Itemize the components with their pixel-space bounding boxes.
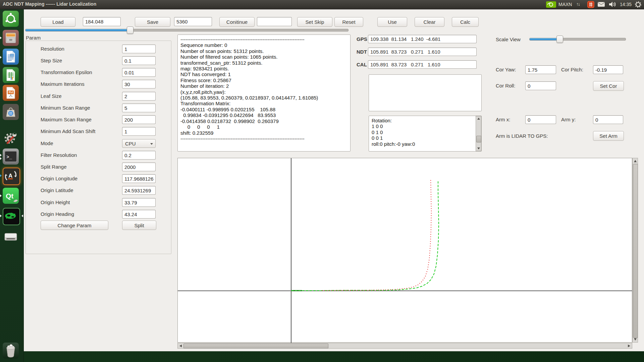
save-value-field[interactable] [174, 17, 212, 26]
calc-button[interactable]: Calc [452, 17, 479, 27]
arm-note-label: Arm is LIDAR TO GPS: [496, 132, 548, 140]
scroll-down-icon[interactable] [477, 147, 480, 149]
lidar-view-icon[interactable] [3, 208, 20, 225]
scroll-right-icon[interactable] [628, 345, 630, 347]
arm-y-field[interactable] [593, 115, 623, 124]
ubuntu-dash-icon[interactable] [3, 11, 19, 27]
set-skip-button[interactable]: Set Skip [297, 17, 332, 27]
ndt-mapping-app-icon[interactable]: A [3, 168, 20, 185]
param-field-max-iterations[interactable] [122, 80, 156, 88]
cor-yaw-label: Cor Yaw: [496, 65, 516, 74]
ndt-label: NDT [357, 48, 367, 56]
param-label: Resolution [41, 45, 64, 53]
trash-icon[interactable] [3, 343, 19, 359]
param-field-origin-heading[interactable] [122, 210, 156, 219]
param-label: Mode [41, 139, 53, 148]
svg-text:Qt: Qt [6, 192, 13, 200]
param-label: Split Range [41, 163, 67, 171]
sequence-slider-fill [25, 29, 130, 31]
libreoffice-calc-icon[interactable] [3, 67, 19, 83]
param-field-step-size[interactable] [122, 56, 156, 65]
rotation-scrollbar[interactable] [476, 116, 481, 151]
load-button[interactable]: Load [41, 17, 75, 27]
continue-button[interactable]: Conitinue [219, 17, 255, 27]
param-field-leaf-size[interactable] [122, 92, 156, 101]
running-indicator [0, 215, 2, 217]
disk-utility-icon[interactable] [3, 229, 19, 245]
param-field-resolution[interactable] [122, 45, 156, 53]
mode-combobox[interactable]: CPU [122, 139, 156, 148]
scroll-up-icon[interactable] [477, 118, 480, 120]
param-field-max-scan-range[interactable] [122, 115, 156, 124]
rotation-text: Rotation: 1 0 0 0 1 0 0 0 1 roll:0 pitch… [372, 118, 474, 147]
param-field-filter-resolution[interactable] [122, 151, 156, 160]
running-indicator [0, 157, 2, 160]
param-field-min-add-scan-shift[interactable] [122, 127, 156, 136]
sogou-pinyin-icon[interactable] [587, 1, 594, 8]
param-field-split-range[interactable] [122, 163, 156, 171]
cal-field[interactable] [368, 60, 477, 69]
scroll-left-icon[interactable] [179, 345, 182, 347]
cor-yaw-field[interactable] [525, 65, 556, 74]
clock[interactable]: 14:35 [620, 2, 632, 7]
arm-x-label: Arm x: [496, 115, 510, 124]
param-field-trans-epsilon[interactable] [122, 68, 156, 77]
scale-view-slider-fill [530, 38, 560, 40]
rotation-box: Rotation: 1 0 0 0 1 0 0 0 1 roll:0 pitch… [369, 116, 482, 152]
scroll-up-icon[interactable] [634, 160, 637, 162]
param-label: Leaf Size [41, 92, 62, 101]
log-output: ----------------------------------------… [177, 35, 351, 152]
cor-roll-field[interactable] [525, 81, 556, 90]
mail-icon[interactable] [597, 2, 605, 8]
set-cor-button[interactable]: Set Cor [593, 81, 624, 91]
session-gear-icon[interactable] [635, 1, 641, 8]
save-button[interactable]: Save [135, 17, 170, 27]
param-label: Minimum Scan Range [41, 104, 90, 112]
libreoffice-writer-icon[interactable] [3, 49, 19, 65]
param-field-origin-latitude[interactable] [122, 186, 156, 195]
network-updown-icon[interactable]: ↑↓ [576, 1, 580, 7]
param-label: Origin Height [41, 198, 70, 207]
arm-x-field[interactable] [525, 115, 556, 124]
system-settings-icon[interactable] [3, 130, 19, 146]
change-param-button[interactable]: Change Param [41, 221, 108, 230]
scale-view-slider-handle[interactable] [556, 36, 563, 43]
param-label: Step Size [41, 56, 62, 65]
param-field-min-scan-range[interactable] [122, 104, 156, 112]
unity-launcher: >_ A Qt [0, 9, 24, 362]
split-button[interactable]: Split [122, 221, 156, 230]
plot-hscrollbar-thumb[interactable] [183, 344, 328, 349]
load-value-field[interactable] [83, 17, 121, 26]
ubuntu-software-icon[interactable] [3, 104, 19, 120]
map-plot-viewport[interactable] [177, 158, 632, 343]
plot-vscrollbar[interactable] [632, 158, 638, 343]
chevron-down-icon [150, 143, 153, 145]
set-arm-button[interactable]: Set Arm [593, 131, 624, 141]
plot-vscrollbar-thumb[interactable] [633, 164, 638, 338]
libreoffice-impress-icon[interactable] [3, 85, 19, 101]
reset-button[interactable]: Reset [334, 17, 363, 27]
cor-pitch-label: Cor Pitch: [561, 65, 583, 74]
volume-icon[interactable] [608, 1, 616, 8]
use-button[interactable]: Use [377, 17, 407, 27]
param-label: Minimum Add Scan Shift [41, 127, 95, 136]
gps-field[interactable] [368, 35, 477, 43]
gpu-mode-label[interactable]: MAXN [558, 2, 572, 7]
terminal-icon[interactable]: >_ [3, 148, 19, 165]
continue-value-field[interactable] [257, 17, 292, 26]
arm-y-label: Arm y: [561, 115, 576, 124]
sequence-slider-handle[interactable] [127, 26, 133, 34]
status-box-empty [369, 74, 482, 111]
param-field-origin-height[interactable] [122, 198, 156, 207]
ndt-field[interactable] [368, 48, 477, 56]
qt-creator-icon[interactable]: Qt [3, 188, 19, 204]
clear-button[interactable]: Clear [415, 17, 444, 27]
plot-hscrollbar[interactable] [177, 343, 632, 349]
focused-window-indicator [21, 215, 23, 217]
rotation-scrollbar-thumb[interactable] [476, 136, 481, 142]
scroll-down-icon[interactable] [634, 338, 637, 341]
cor-pitch-field[interactable] [593, 65, 623, 74]
nvidia-gpu-icon[interactable] [546, 1, 556, 8]
param-field-origin-longitude[interactable] [122, 174, 156, 183]
file-manager-icon[interactable] [3, 30, 19, 46]
